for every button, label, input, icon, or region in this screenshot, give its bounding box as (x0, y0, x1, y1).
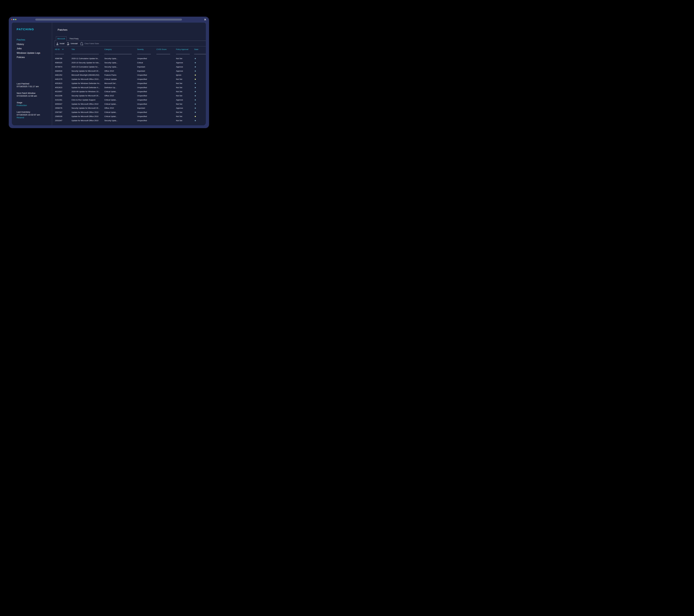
table-row[interactable]: 2553347 Update for Microsoft Office 2010… (54, 119, 206, 123)
cell-policy-approval: Approve (176, 107, 194, 109)
sidebar-item-policies[interactable]: Policies (17, 55, 40, 59)
table-container: Install Uninstall (54, 41, 206, 125)
table-row[interactable]: 4022206 Security Update for Microsoft Of… (54, 94, 206, 98)
toolbar: Install Uninstall (54, 41, 206, 47)
cell-state (194, 115, 206, 117)
cell-title: Update for Microsoft Office 2010 (72, 111, 104, 113)
table-row[interactable]: 4052623 Update for Windows Defender An..… (54, 81, 206, 86)
cell-state (194, 91, 206, 93)
cell-kb-id: 4461579 (54, 78, 72, 80)
cell-category: Security Upda... (104, 120, 137, 122)
screen: PATCHING Patches History Jobs Windows Up… (0, 0, 218, 145)
last-inventory-value: 07/16/2025 10:32:07 am (17, 113, 40, 116)
cell-state (194, 111, 206, 113)
table-row[interactable]: 4461579 Update for Microsoft Office 2010… (54, 77, 206, 81)
table-row[interactable]: 4586786 2020-11 Culmulative Update for..… (54, 56, 206, 61)
cell-kb-id: 4580325 (54, 61, 72, 64)
column-header-kb-id[interactable]: KB ID (54, 47, 72, 54)
uninstall-button[interactable]: Uninstall (67, 42, 78, 45)
stage-label: Stage (17, 101, 40, 104)
window-close-dot[interactable] (11, 19, 13, 20)
cell-category: Security Upda... (104, 66, 137, 68)
last-inventory-group: Last Inventory 07/16/2025 10:32:07 am Re… (17, 111, 40, 119)
state-dot (195, 95, 196, 96)
uninstall-icon (67, 42, 70, 45)
sidebar-item-patches[interactable]: Patches (17, 38, 40, 42)
cell-title: Security Update for Microsoft Of... (72, 95, 104, 97)
column-header-cvss-score[interactable]: CVSS Score (157, 47, 176, 54)
cell-state (194, 103, 206, 105)
cell-kb-id: 4481252 (54, 74, 72, 76)
table-row[interactable]: 4023057 2020-09 Update for Windows 10...… (54, 90, 206, 94)
cell-category: Feature Packs (104, 74, 137, 76)
sidebar-item-windows-update-logs[interactable]: Windows Update Logs (17, 51, 40, 55)
clear-failed-state-label: Clear Failed State (85, 42, 99, 44)
window-minimize-dot[interactable] (13, 19, 15, 20)
last-patched-label: Last Patched (17, 82, 40, 85)
column-header-severity[interactable]: Severity (137, 47, 157, 54)
cell-state (194, 82, 206, 85)
cell-state (194, 70, 206, 72)
cell-severity: Unspecified (137, 99, 157, 101)
table-header: KB ID Title Category Severity CVSS Score… (54, 47, 206, 54)
cell-severity: Critical (137, 61, 157, 64)
cell-state (194, 66, 206, 68)
state-dot (195, 120, 196, 121)
cell-severity: Unspecified (137, 87, 157, 89)
table-row[interactable]: 3055047 Update for Microsoft Office 2010… (54, 102, 206, 106)
state-dot (195, 91, 196, 92)
main-content: Patches Microsoft Third Party Install (52, 23, 206, 125)
cell-state (194, 99, 206, 101)
table-row[interactable]: 4578974 2020-10 Cumulative Update for...… (54, 65, 206, 69)
state-dot (195, 104, 196, 105)
cell-severity: Important (137, 70, 157, 72)
state-dot (195, 99, 196, 101)
clear-failed-state-button[interactable]: Clear Failed State (80, 42, 99, 46)
sidebar-item-jobs[interactable]: Jobs (17, 47, 40, 51)
table-row[interactable]: 4484534 Security Update for Microsoft Of… (54, 69, 206, 73)
column-header-title[interactable]: Title (72, 47, 104, 54)
cell-title: Security Update for Microsoft Of... (72, 107, 104, 109)
table-row[interactable]: 2589339 Update for Microsoft Office 2010… (54, 114, 206, 119)
column-header-policy-approval[interactable]: Policy Approval (176, 47, 194, 54)
column-header-state[interactable]: State (194, 47, 206, 54)
table-row[interactable]: 2956076 Security Update for Microsoft Of… (54, 106, 206, 110)
cell-kb-id: 4578974 (54, 66, 72, 68)
tab-third-party[interactable]: Third Party (67, 36, 81, 41)
sidebar: PATCHING Patches History Jobs Windows Up… (12, 23, 52, 125)
next-patch-window-label: Next Patch Window (17, 92, 40, 94)
cell-title: Update for Microsoft Office 2010 (72, 103, 104, 105)
tab-microsoft[interactable]: Microsoft (56, 36, 67, 41)
sidebar-item-history[interactable]: History (17, 42, 40, 47)
table-row[interactable]: 3152281 Click-to-Run Update Support Crit… (54, 98, 206, 102)
table-row[interactable]: 4052623 Update for Microsoft Defender A.… (54, 85, 206, 90)
cell-kb-id: 3055047 (54, 103, 72, 105)
table-row[interactable]: 2597087 Update for Microsoft Office 2010… (54, 110, 206, 114)
cell-title: 2020-11 Culmulative Update for... (72, 57, 104, 59)
cell-severity: Unspecified (137, 103, 157, 105)
cell-kb-id: 2553347 (54, 120, 72, 122)
close-button[interactable] (203, 18, 207, 21)
table-row[interactable]: 4481252 Microsoft Silverlight (KB4481252… (54, 73, 206, 77)
cell-severity: Unspecified (137, 57, 157, 59)
cell-kb-id: 4022206 (54, 95, 72, 97)
cell-policy-approval: Not Set (176, 78, 194, 80)
cell-policy-approval: Not Set (176, 120, 194, 122)
cell-kb-id: 4484534 (54, 70, 72, 72)
window-zoom-dot[interactable] (15, 19, 16, 20)
state-dot (195, 108, 196, 109)
install-button[interactable]: Install (56, 42, 65, 45)
cell-kb-id: 2956076 (54, 107, 72, 109)
uninstall-label: Uninstall (71, 42, 78, 44)
column-header-category[interactable]: Category (104, 47, 137, 54)
cell-title: Click-to-Run Update Support (72, 99, 104, 101)
cell-title: Update for Windows Defender An... (72, 82, 104, 85)
cell-kb-id: 4586786 (54, 57, 72, 59)
chevron-down-icon (62, 49, 64, 50)
cell-policy-approval: Not Set (176, 95, 194, 97)
cell-policy-approval: Approve (176, 70, 194, 72)
table-row[interactable]: 4580325 2020-10 Security Update for Ado.… (54, 61, 206, 65)
cell-kb-id: 2597087 (54, 111, 72, 113)
cell-category: Critical Updat... (104, 99, 137, 101)
resend-link[interactable]: Resend (17, 116, 40, 119)
